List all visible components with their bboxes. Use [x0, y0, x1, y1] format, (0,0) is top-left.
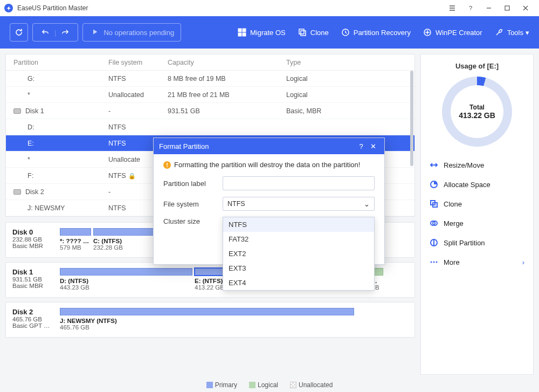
row-fs: -	[108, 188, 110, 196]
filesystem-select[interactable]: NTFS ⌄	[223, 197, 375, 211]
clone-button[interactable]: Clone	[298, 27, 329, 37]
svg-rect-2	[238, 29, 241, 32]
partition-recovery-button[interactable]: Partition Recovery	[341, 27, 411, 37]
clone-partition-button[interactable]: Clone	[426, 194, 528, 214]
svg-point-17	[433, 262, 435, 263]
chevron-down-icon: ▾	[526, 29, 529, 37]
disk-name: Disk 2	[12, 308, 56, 316]
table-row[interactable]: *Unallocated21 MB free of 21 MBLogical	[6, 87, 414, 103]
clone-label: Clone	[444, 200, 462, 208]
undo-redo-group[interactable]: |	[32, 23, 78, 42]
filesystem-option[interactable]: NTFS	[223, 217, 374, 232]
row-name: *	[27, 156, 30, 163]
hdr-type: Type	[286, 59, 414, 66]
dialog-title: Format Partition	[159, 142, 209, 150]
disk-segment[interactable]: *: ???? (N… 579 MB	[60, 228, 91, 253]
dialog-help-icon[interactable]: ?	[355, 142, 367, 150]
hdr-capacity: Capacity	[168, 59, 286, 66]
row-fs: Unallocate	[108, 156, 140, 163]
svg-rect-5	[243, 33, 246, 36]
pending-label: No operations pending	[103, 29, 174, 37]
chevron-down-icon: ⌄	[364, 200, 370, 208]
disk-scheme: Basic GPT …	[12, 322, 56, 329]
tools-button[interactable]: Tools ▾	[494, 27, 529, 37]
wrench-icon	[494, 27, 504, 37]
disk-segment[interactable]: D: (NTFS) 443.23 GB	[60, 268, 192, 293]
filesystem-dropdown: NTFSFAT32EXT2EXT3EXT4	[223, 217, 375, 291]
row-name: G:	[27, 75, 34, 82]
seg-label: J: NEWSMY (NTFS)	[60, 318, 354, 324]
row-type: Logical	[286, 91, 414, 99]
row-fs: Unallocated	[108, 91, 144, 99]
table-row[interactable]: G:NTFS8 MB free of 19 MBLogical	[6, 71, 414, 87]
partition-label-input[interactable]	[223, 176, 375, 190]
svg-rect-4	[238, 33, 241, 36]
refresh-button[interactable]	[10, 23, 28, 42]
row-cap: 8 MB free of 19 MB	[168, 75, 286, 82]
format-partition-dialog: Format Partition ? ✕ ! Formatting the pa…	[153, 137, 385, 265]
split-partition-button[interactable]: Split Partition	[426, 233, 528, 252]
svg-point-16	[431, 262, 432, 263]
table-scrollbar[interactable]	[410, 71, 413, 215]
recovery-icon	[341, 27, 350, 37]
resize-move-button[interactable]: Resize/Move	[426, 155, 528, 175]
execute-button[interactable]: No operations pending	[82, 23, 181, 42]
svg-rect-1	[505, 6, 509, 10]
table-row[interactable]: Disk 1-931.51 GBBasic, MBR	[6, 103, 414, 119]
row-name: Disk 1	[25, 107, 44, 115]
row-name: J: NEWSMY	[27, 204, 65, 212]
legend-unallocated: Unallocated	[290, 381, 333, 389]
migrate-os-button[interactable]: Migrate OS	[237, 27, 286, 37]
filesystem-option[interactable]: EXT4	[223, 276, 374, 290]
disk-icon	[13, 189, 21, 195]
filesystem-value: NTFS	[227, 200, 245, 208]
table-row[interactable]: D:NTFS	[6, 119, 414, 135]
svg-point-18	[436, 262, 438, 263]
row-cap: 21 MB free of 21 MB	[168, 91, 286, 99]
merge-button[interactable]: Merge	[426, 214, 528, 233]
svg-rect-6	[299, 29, 304, 34]
row-fs: -	[108, 107, 110, 115]
disk-icon	[13, 108, 21, 114]
clone-label: Clone	[310, 29, 329, 37]
filesystem-option[interactable]: EXT2	[223, 246, 374, 261]
redo-icon[interactable]	[61, 28, 69, 37]
close-icon[interactable]	[516, 0, 535, 16]
svg-text:?: ?	[469, 5, 472, 11]
app-logo-icon: ✦	[4, 4, 13, 12]
row-type: Basic, MBR	[286, 107, 414, 115]
row-name: D:	[27, 123, 34, 131]
dialog-title-bar[interactable]: Format Partition ? ✕	[154, 138, 384, 154]
filesystem-option[interactable]: FAT32	[223, 232, 374, 246]
chevron-right-icon: ›	[522, 258, 524, 266]
disk-scheme: Basic MBR	[12, 243, 56, 249]
total-label: Total	[469, 104, 485, 111]
undo-icon[interactable]	[42, 28, 49, 37]
more-button[interactable]: More ›	[426, 252, 528, 272]
row-name: E:	[27, 140, 34, 147]
dialog-close-icon[interactable]: ✕	[367, 142, 379, 150]
allocate-space-button[interactable]: Allocate Space	[426, 175, 528, 194]
dialog-warning: ! Formatting the partition will destroy …	[163, 161, 375, 169]
maximize-icon[interactable]	[498, 0, 516, 16]
svg-rect-3	[243, 29, 246, 32]
row-fs: NTFS	[108, 204, 126, 212]
disk-size: 232.88 GB	[12, 236, 56, 243]
app-title: EaseUS Partition Master	[17, 4, 88, 12]
winpe-creator-button[interactable]: WinPE Creator	[423, 27, 482, 37]
help-icon[interactable]: ?	[461, 0, 480, 16]
filesystem-label: File system	[163, 200, 223, 208]
disk-size: 931.51 GB	[12, 276, 56, 283]
legend-logical: Logical	[249, 381, 278, 389]
disk-scheme: Basic MBR	[12, 283, 56, 289]
menu-icon[interactable]	[443, 0, 461, 16]
toolbar: | No operations pending Migrate OS Clone…	[0, 16, 539, 49]
minimize-icon[interactable]	[480, 0, 498, 16]
seg-size: 443.23 GB	[60, 284, 192, 291]
filesystem-option[interactable]: EXT3	[223, 261, 374, 276]
table-header: Partition File system Capacity Type	[6, 54, 414, 71]
hdr-partition: Partition	[6, 59, 108, 66]
disk-size: 465.76 GB	[12, 316, 56, 322]
seg-size: 465.76 GB	[60, 324, 354, 331]
disk-segment[interactable]: J: NEWSMY (NTFS) 465.76 GB	[60, 308, 354, 333]
